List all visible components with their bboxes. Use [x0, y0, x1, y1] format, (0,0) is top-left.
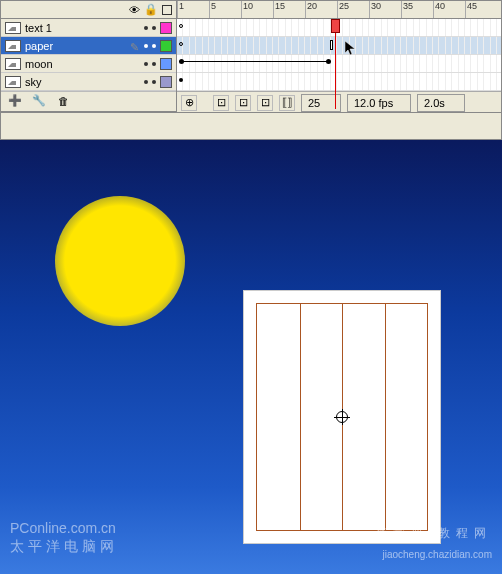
playhead[interactable]: [335, 19, 336, 109]
paper-symbol[interactable]: [243, 290, 441, 544]
layers-footer: ➕ 🔧 🗑: [1, 91, 176, 109]
keyframe-paper[interactable]: [330, 40, 333, 50]
delete-layer-button[interactable]: 🗑: [55, 94, 71, 108]
layer-name-label: moon: [25, 58, 140, 70]
ruler-tick[interactable]: 15: [273, 1, 305, 18]
pencil-icon: ✎: [130, 41, 140, 51]
modify-onion-markers-button[interactable]: ⟦⟧: [279, 95, 295, 111]
outline-color-swatch[interactable]: [160, 22, 172, 34]
visibility-dot[interactable]: [144, 44, 148, 48]
visibility-dot[interactable]: [144, 62, 148, 66]
lock-dot[interactable]: [152, 62, 156, 66]
track-sky[interactable]: [177, 73, 501, 91]
visibility-dot[interactable]: [144, 26, 148, 30]
center-frame-button[interactable]: ⊕: [181, 95, 197, 111]
moon-symbol[interactable]: [55, 196, 185, 326]
transform-pivot-icon[interactable]: [336, 411, 348, 423]
watermark-pconline-cn: 太平洋电脑网: [10, 538, 118, 556]
add-layer-button[interactable]: ➕: [7, 94, 23, 108]
tween-moon[interactable]: [179, 61, 331, 62]
ruler-tick[interactable]: 25: [337, 1, 369, 18]
layer-row-sky[interactable]: sky: [1, 73, 176, 91]
ruler-tick[interactable]: 40: [433, 1, 465, 18]
outline-icon[interactable]: [162, 5, 172, 15]
layer-row-moon[interactable]: moon: [1, 55, 176, 73]
track-moon[interactable]: [177, 55, 501, 73]
ruler-tick[interactable]: 20: [305, 1, 337, 18]
layer-name-label: sky: [25, 76, 140, 88]
elapsed-time-field: 2.0s: [417, 94, 465, 112]
layer-name-label: paper: [25, 40, 126, 52]
cursor-pointer-icon: [345, 41, 357, 57]
watermark-chazidian-url: jiaocheng.chazidian.com: [382, 549, 492, 560]
layer-icon: [5, 40, 21, 52]
visibility-dot[interactable]: [144, 80, 148, 84]
ruler-tick[interactable]: 30: [369, 1, 401, 18]
stage[interactable]: PConline.com.cn 太平洋电脑网 查字典 教程网 jiaocheng…: [0, 140, 502, 574]
outline-color-swatch[interactable]: [160, 40, 172, 52]
ruler-tick[interactable]: 10: [241, 1, 273, 18]
ruler-tick[interactable]: 45: [465, 1, 497, 18]
timeline-tracks[interactable]: [177, 19, 501, 91]
timeline-ruler[interactable]: 151015202530354045: [177, 1, 501, 19]
lock-dot[interactable]: [152, 80, 156, 84]
ruler-tick[interactable]: 35: [401, 1, 433, 18]
outline-color-swatch[interactable]: [160, 58, 172, 70]
layer-icon: [5, 58, 21, 70]
lock-icon[interactable]: 🔒: [144, 3, 158, 16]
layer-name-label: text 1: [25, 22, 140, 34]
timeline-panel: 151015202530354045 ⊕ ⊡ ⊡ ⊡ ⟦⟧ 25 12.0 fp…: [177, 0, 502, 112]
watermark-pconline: PConline.com.cn: [10, 520, 116, 536]
layer-row-text-1[interactable]: text 1: [1, 19, 176, 37]
layers-panel: 👁 🔒 text 1paper✎moonsky ➕ 🔧 🗑: [0, 0, 177, 112]
watermark-chazidian: 查字典 教程网: [375, 525, 492, 542]
onion-skin-button[interactable]: ⊡: [213, 95, 229, 111]
ruler-tick[interactable]: 1: [177, 1, 209, 18]
fps-field[interactable]: 12.0 fps: [347, 94, 411, 112]
panel-spacer: [0, 112, 502, 140]
outline-color-swatch[interactable]: [160, 76, 172, 88]
lock-dot[interactable]: [152, 26, 156, 30]
lock-dot[interactable]: [152, 44, 156, 48]
ruler-tick[interactable]: 5: [209, 1, 241, 18]
layer-row-paper[interactable]: paper✎: [1, 37, 176, 55]
onion-skin-outline-button[interactable]: ⊡: [235, 95, 251, 111]
edit-multiple-frames-button[interactable]: ⊡: [257, 95, 273, 111]
layer-icon: [5, 76, 21, 88]
add-folder-button[interactable]: 🔧: [31, 94, 47, 108]
eye-icon[interactable]: 👁: [129, 4, 140, 16]
track-paper[interactable]: [177, 37, 501, 55]
layers-header: 👁 🔒: [1, 1, 176, 19]
layer-icon: [5, 22, 21, 34]
timeline-footer: ⊕ ⊡ ⊡ ⊡ ⟦⟧ 25 12.0 fps 2.0s: [177, 91, 501, 113]
